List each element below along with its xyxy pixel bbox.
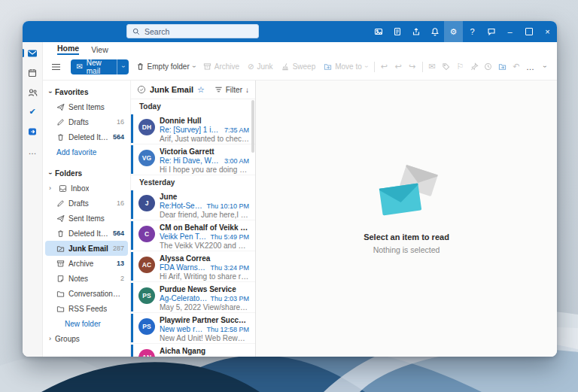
sidebar-item-junk-email[interactable]: Junk Email287 — [45, 241, 128, 256]
snooze-icon[interactable] — [482, 59, 495, 74]
note-icon[interactable] — [388, 21, 406, 42]
sidebar-item-inbox[interactable]: ›Inbox — [45, 181, 128, 196]
titlebar[interactable]: Search ⚙ ? – × — [23, 21, 557, 42]
avatar: DH — [138, 119, 155, 135]
message-list-item[interactable]: AC Alyssa Correa FDA Warns of Counte...T… — [131, 251, 255, 282]
flag-icon[interactable]: ⚐ — [454, 59, 467, 74]
empty-state-subtitle: Nothing is selected — [364, 245, 449, 254]
undo-icon[interactable]: ↶ — [510, 59, 523, 74]
sidebar-item-drafts[interactable]: Drafts16 — [45, 114, 128, 129]
message-preview: New Ad Unit! Web Rewarded Video ... — [160, 334, 249, 343]
sidebar-item-sent-folder[interactable]: Sent Items — [45, 211, 128, 226]
bell-icon[interactable] — [425, 21, 444, 42]
ribbon-tabs: Home View — [43, 42, 557, 55]
feedback-icon[interactable] — [482, 21, 500, 42]
tab-home[interactable]: Home — [57, 44, 79, 55]
message-sender: Playwire Partner Success — [160, 316, 249, 325]
rail-ellipsis-icon[interactable]: … — [26, 145, 38, 156]
select-all-icon[interactable] — [137, 85, 146, 94]
categorize-icon[interactable] — [440, 59, 453, 74]
folder-icon — [56, 290, 65, 298]
outlook-window: Search ⚙ ? – × ✔ … Home — [23, 21, 557, 357]
close-icon[interactable]: × — [538, 21, 557, 42]
new-folder-link[interactable]: New folder — [45, 316, 128, 331]
pin-icon[interactable] — [467, 59, 481, 74]
message-sender: Donnie Hull — [160, 117, 249, 126]
filter-icon — [214, 86, 223, 93]
hamburger-menu-icon[interactable] — [49, 59, 63, 74]
message-time: Thu 5:49 PM — [210, 232, 249, 242]
people-app-icon[interactable] — [26, 87, 38, 98]
sidebar-item-notes[interactable]: Notes2 — [45, 271, 128, 286]
tab-view[interactable]: View — [91, 45, 108, 55]
move-to-button[interactable]: Move to› — [320, 59, 371, 74]
sidebar-item-rss-feeds[interactable]: RSS Feeds — [45, 301, 128, 316]
message-list-item[interactable]: PS Purdue News Service Ag-Celerator fund… — [131, 282, 255, 313]
more-options-icon[interactable]: … — [524, 59, 537, 74]
empty-folder-button[interactable]: Empty folder› — [132, 59, 199, 74]
archive-button[interactable]: Archive — [199, 59, 243, 74]
minimize-icon[interactable]: – — [500, 21, 519, 42]
sweep-button[interactable]: Sweep — [278, 59, 320, 74]
message-subject: Re:Hot-Selling desk a... — [160, 202, 203, 211]
folder-pane: ›Favorites Sent Items Drafts16 Deleted I… — [43, 81, 130, 357]
date-group-header[interactable]: Yesterday — [131, 175, 255, 190]
trash-icon — [136, 62, 144, 71]
add-favorite-link[interactable]: Add favorite — [45, 144, 128, 160]
collapse-ribbon-icon[interactable]: › — [537, 59, 551, 74]
filter-button[interactable]: Filter ↓ — [214, 86, 249, 94]
share-icon[interactable] — [406, 21, 425, 42]
media-icon[interactable] — [369, 21, 388, 42]
todo-app-icon[interactable]: ✔ — [26, 106, 38, 117]
sidebar-item-deleted-folder[interactable]: Deleted Items564 — [45, 226, 128, 241]
reply-icon[interactable]: ↩ — [378, 59, 391, 74]
message-list-item[interactable]: AN Aicha Ngang Introducing you to th...T… — [131, 344, 255, 357]
help-icon[interactable]: ? — [463, 21, 482, 42]
sidebar-item-deleted-items[interactable]: Deleted Items564 — [45, 129, 128, 144]
gear-icon[interactable]: ⚙ — [444, 21, 463, 42]
message-list-item[interactable]: PS Playwire Partner Success New web rewa… — [131, 313, 255, 344]
calendar-app-icon[interactable] — [26, 67, 38, 78]
list-scrollbar[interactable] — [251, 100, 254, 153]
message-time: Thu 2:03 PM — [210, 294, 249, 303]
message-list-item[interactable]: DH Donnie Hull Re: [Survey] 1 in 5 retir… — [131, 114, 255, 144]
message-list-item[interactable]: C CM on Behalf of Veikk Pen Tablets Veik… — [131, 220, 255, 251]
avatar: AC — [138, 257, 155, 273]
read-unread-icon[interactable]: ✉ — [425, 59, 439, 74]
avatar: J — [138, 195, 155, 211]
message-preview: Hi I hope you are doing well. Please ... — [160, 166, 249, 175]
reply-all-icon[interactable]: ↩ — [391, 59, 405, 74]
search-input[interactable]: Search — [126, 24, 259, 38]
new-mail-button[interactable]: ✉New mail › — [71, 59, 128, 74]
junk-button[interactable]: ⊘ Junk — [244, 59, 277, 74]
maximize-icon[interactable] — [519, 21, 538, 42]
sidebar-item-conversation-history[interactable]: Conversation His... — [45, 286, 128, 301]
sidebar-item-drafts-folder[interactable]: Drafts16 — [45, 196, 128, 211]
message-list: Junk Email ☆ Filter ↓ Today DH Donnie Hu… — [130, 81, 256, 357]
favorite-star-icon[interactable]: ☆ — [197, 85, 205, 95]
mail-app-icon[interactable] — [26, 47, 38, 59]
forward-icon[interactable]: ↪ — [406, 59, 419, 74]
groups-section-header[interactable]: ›Groups — [45, 331, 128, 346]
send-icon — [56, 214, 65, 223]
sidebar-item-sent-items[interactable]: Sent Items — [45, 99, 128, 114]
message-sender: Alyssa Correa — [160, 254, 249, 263]
date-group-header[interactable]: Today — [131, 99, 255, 114]
message-time: Thu 12:55 PM — [206, 356, 249, 357]
message-subject: New web rewarded v... — [160, 325, 203, 334]
new-mail-dropdown[interactable]: › — [117, 59, 129, 74]
message-subject: Introducing you to th... — [160, 356, 203, 357]
more-apps-app-icon[interactable] — [26, 126, 38, 137]
favorites-section-header[interactable]: ›Favorites — [45, 84, 128, 99]
avatar: C — [138, 226, 155, 242]
sidebar-item-archive[interactable]: Archive13 — [45, 256, 128, 271]
move-folder-icon[interactable] — [496, 59, 510, 74]
message-sender: Purdue News Service — [160, 285, 249, 294]
message-list-item[interactable]: J June Re:Hot-Selling desk a...Thu 10:10… — [131, 190, 255, 220]
avatar: AN — [138, 349, 155, 357]
message-list-item[interactable]: VG Victoria Garrett Re: Hi Dave, Wanted … — [131, 144, 255, 175]
expand-icon[interactable]: › — [49, 185, 55, 192]
folder-move-icon — [324, 62, 332, 71]
folders-section-header[interactable]: ›Folders — [45, 166, 128, 181]
message-time: Thu 3:24 PM — [210, 263, 249, 272]
